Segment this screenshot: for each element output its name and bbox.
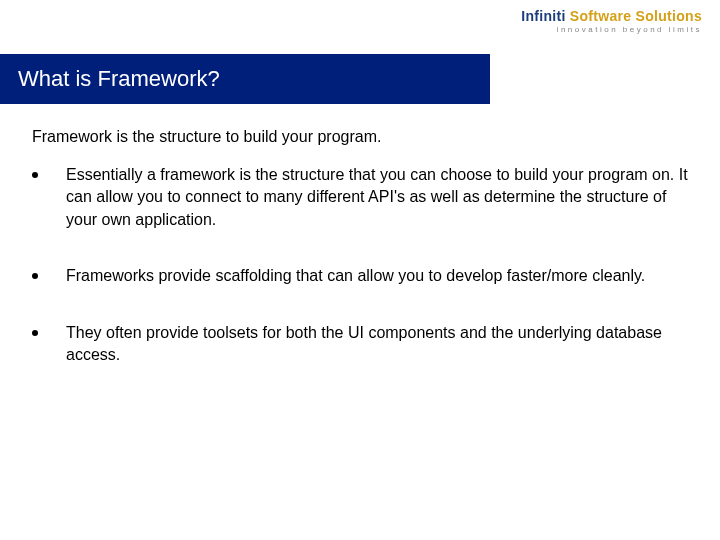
- bullet-icon: [32, 172, 38, 178]
- intro-text: Framework is the structure to build your…: [32, 128, 381, 146]
- bullet-icon: [32, 330, 38, 336]
- list-item: They often provide toolsets for both the…: [32, 322, 688, 367]
- logo-brand-first: Infiniti: [521, 8, 570, 24]
- list-item: Frameworks provide scaffolding that can …: [32, 265, 688, 287]
- logo-brand: Infiniti Software Solutions: [521, 8, 702, 24]
- list-item: Essentially a framework is the structure…: [32, 164, 688, 231]
- logo-tagline: innovation beyond limits: [521, 25, 702, 34]
- company-logo: Infiniti Software Solutions innovation b…: [521, 8, 702, 34]
- bullet-text: They often provide toolsets for both the…: [66, 322, 688, 367]
- bullet-icon: [32, 273, 38, 279]
- bullet-list: Essentially a framework is the structure…: [32, 164, 688, 400]
- logo-brand-second: Software Solutions: [570, 8, 702, 24]
- slide-title: What is Framework?: [18, 66, 220, 92]
- title-bar: What is Framework?: [0, 54, 490, 104]
- bullet-text: Essentially a framework is the structure…: [66, 164, 688, 231]
- bullet-text: Frameworks provide scaffolding that can …: [66, 265, 645, 287]
